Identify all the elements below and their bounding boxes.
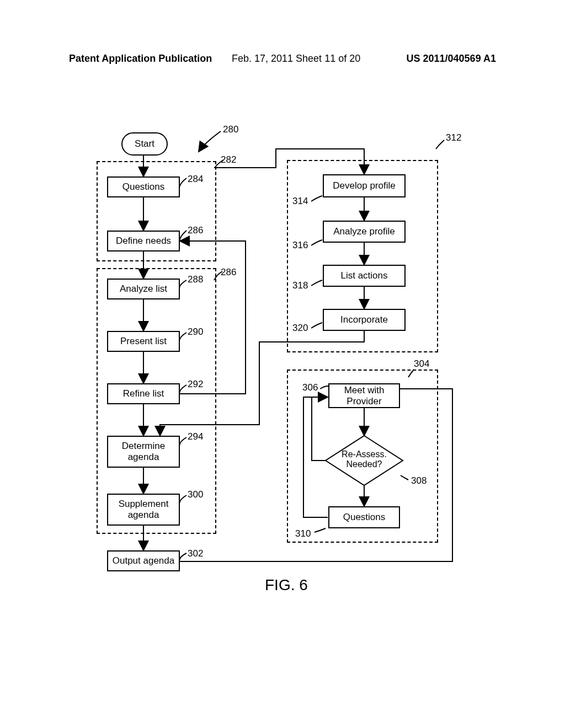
patent-figure-page: { "header": { "left": "Patent Applicatio… — [0, 0, 565, 728]
analyze-list-box: Analyze list — [107, 279, 180, 299]
ref-318: 318 — [292, 280, 308, 291]
determine-agenda-box: Determine agenda — [107, 436, 180, 468]
ref-290: 290 — [188, 326, 203, 338]
develop-profile-box: Develop profile — [323, 174, 406, 197]
refine-list-box: Refine list — [107, 383, 180, 404]
ref-284: 284 — [188, 174, 203, 185]
questions2-box: Questions — [328, 506, 400, 528]
ref-300: 300 — [188, 489, 203, 500]
incorporate-box: Incorporate — [323, 309, 406, 331]
ref-286a: 286 — [188, 225, 203, 236]
flowchart-connectors — [0, 0, 565, 728]
analyze-profile-box: Analyze profile — [323, 221, 406, 243]
ref-314: 314 — [292, 196, 308, 207]
ref-288: 288 — [188, 274, 203, 285]
ref-302: 302 — [188, 548, 203, 559]
ref-320: 320 — [292, 323, 308, 334]
meet-with-provider-box: Meet with Provider — [328, 383, 400, 408]
ref-282: 282 — [221, 154, 236, 165]
reassess-decision-label: Re-Assess. Needed? — [331, 449, 397, 469]
ref-312: 312 — [446, 132, 461, 143]
ref-280: 280 — [223, 124, 238, 135]
ref-306: 306 — [302, 382, 318, 393]
define-needs-box: Define needs — [107, 231, 180, 251]
ref-286b: 286 — [221, 267, 236, 278]
ref-292: 292 — [188, 379, 203, 390]
output-agenda-box: Output agenda — [107, 550, 180, 571]
supplement-agenda-box: Supplement agenda — [107, 494, 180, 526]
ref-310: 310 — [295, 528, 311, 539]
ref-294: 294 — [188, 431, 203, 442]
present-list-box: Present list — [107, 331, 180, 352]
ref-316: 316 — [292, 240, 308, 251]
figure-title: FIG. 6 — [265, 576, 308, 594]
list-actions-box: List actions — [323, 265, 406, 287]
questions-box: Questions — [107, 176, 180, 197]
start-node: Start — [121, 132, 168, 156]
ref-308: 308 — [411, 475, 427, 486]
ref-304: 304 — [414, 358, 429, 370]
